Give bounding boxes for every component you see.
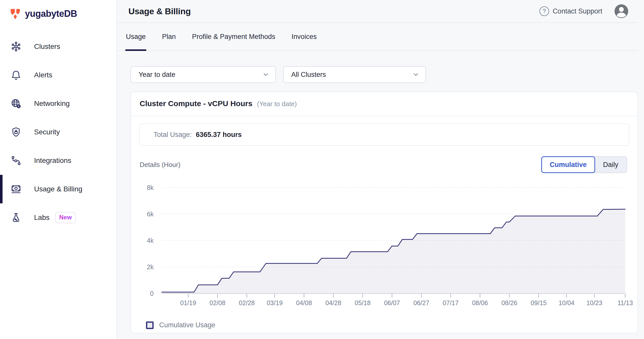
details-row: Details (Hour) Cumulative Daily bbox=[140, 156, 627, 173]
banknote-icon bbox=[10, 183, 22, 195]
total-usage-box: Total Usage: 6365.37 hours bbox=[139, 123, 629, 146]
billing-tabs: Usage Plan Profile & Payment Methods Inv… bbox=[117, 23, 638, 51]
tab-usage[interactable]: Usage bbox=[126, 23, 146, 50]
clusters-icon bbox=[10, 41, 22, 52]
svg-text:06/27: 06/27 bbox=[413, 299, 429, 306]
globe-gear-icon bbox=[10, 98, 22, 109]
period-select-value: Year to date bbox=[139, 71, 175, 79]
svg-text:08/06: 08/06 bbox=[472, 299, 488, 306]
chevron-down-icon bbox=[262, 71, 269, 78]
topbar: Usage & Billing ? Contact Support bbox=[117, 0, 638, 23]
total-usage-value: 6365.37 hours bbox=[196, 131, 242, 139]
svg-text:06/07: 06/07 bbox=[384, 299, 400, 306]
usage-card-header: Cluster Compute - vCPU Hours (Year to da… bbox=[140, 99, 297, 108]
brand-name: yugabyteDB bbox=[25, 8, 77, 19]
svg-text:01/19: 01/19 bbox=[180, 299, 196, 306]
svg-text:10/04: 10/04 bbox=[559, 299, 575, 306]
sidebar-item-label: Clusters bbox=[34, 43, 60, 51]
total-usage-label: Total Usage: bbox=[154, 131, 192, 139]
tab-profile-payment[interactable]: Profile & Payment Methods bbox=[192, 23, 275, 50]
sidebar-item-label: Alerts bbox=[34, 71, 52, 79]
legend-marker-icon bbox=[146, 321, 154, 329]
usage-chart: 02k4k6k8k01/1902/0802/2803/1904/0804/280… bbox=[143, 178, 636, 308]
sidebar-item-label: Networking bbox=[34, 100, 70, 108]
usage-card-title: Cluster Compute - vCPU Hours bbox=[140, 99, 252, 108]
usage-area-chart: 02k4k6k8k01/1902/0802/2803/1904/0804/280… bbox=[143, 178, 636, 308]
labs-new-badge: New bbox=[55, 212, 76, 223]
sidebar-item-label: Usage & Billing bbox=[34, 185, 82, 193]
legend-label: Cumulative Usage bbox=[159, 321, 215, 329]
svg-text:04/08: 04/08 bbox=[296, 299, 312, 306]
usage-card-subtitle: (Year to date) bbox=[257, 100, 297, 108]
sidebar-nav: Clusters Alerts bbox=[0, 32, 116, 232]
svg-text:2k: 2k bbox=[147, 263, 154, 271]
tab-label: Invoices bbox=[291, 33, 317, 41]
tab-label: Usage bbox=[126, 33, 146, 41]
filters-row: Year to date All Clusters bbox=[130, 66, 638, 83]
chart-legend[interactable]: Cumulative Usage bbox=[146, 321, 215, 329]
sidebar-item-label: Integrations bbox=[34, 157, 71, 165]
app-root: yugabyteDB Clusters bbox=[0, 0, 644, 339]
chevron-down-icon bbox=[412, 71, 419, 78]
main-area: Usage & Billing ? Contact Support Usage bbox=[117, 0, 644, 339]
svg-text:05/18: 05/18 bbox=[355, 299, 371, 306]
contact-support-label: Contact Support bbox=[553, 7, 602, 15]
svg-text:6k: 6k bbox=[147, 210, 154, 218]
sidebar-item-label: Labs bbox=[34, 214, 50, 222]
svg-text:04/28: 04/28 bbox=[325, 299, 341, 306]
svg-text:10/23: 10/23 bbox=[587, 299, 603, 306]
toggle-cumulative[interactable]: Cumulative bbox=[541, 156, 595, 173]
tab-plan[interactable]: Plan bbox=[162, 23, 176, 50]
sidebar-item-usage-billing[interactable]: Usage & Billing bbox=[0, 175, 116, 203]
view-toggle: Cumulative Daily bbox=[541, 156, 627, 173]
flow-icon bbox=[10, 155, 22, 166]
svg-text:07/17: 07/17 bbox=[443, 299, 459, 306]
svg-text:4k: 4k bbox=[147, 237, 154, 244]
yugabyte-logo-icon bbox=[9, 7, 22, 20]
sidebar: yugabyteDB Clusters bbox=[0, 0, 117, 339]
sidebar-item-clusters[interactable]: Clusters bbox=[0, 32, 116, 61]
sidebar-item-networking[interactable]: Networking bbox=[0, 89, 116, 118]
topbar-actions: ? Contact Support bbox=[539, 4, 628, 18]
details-label: Details (Hour) bbox=[140, 161, 180, 169]
usage-card: Cluster Compute - vCPU Hours (Year to da… bbox=[130, 92, 638, 333]
svg-text:02/08: 02/08 bbox=[210, 299, 226, 306]
flask-icon bbox=[10, 212, 22, 223]
svg-text:0: 0 bbox=[150, 290, 154, 297]
user-avatar[interactable] bbox=[614, 4, 628, 18]
sidebar-item-integrations[interactable]: Integrations bbox=[0, 146, 116, 175]
tab-label: Profile & Payment Methods bbox=[192, 33, 275, 41]
bell-icon bbox=[10, 69, 22, 81]
question-circle-icon: ? bbox=[539, 6, 549, 16]
brand-logo[interactable]: yugabyteDB bbox=[9, 7, 116, 21]
cluster-select-value: All Clusters bbox=[291, 71, 326, 79]
tab-invoices[interactable]: Invoices bbox=[291, 23, 317, 50]
sidebar-item-label: Security bbox=[34, 128, 60, 136]
sidebar-item-labs[interactable]: Labs New bbox=[0, 203, 116, 232]
toggle-daily[interactable]: Daily bbox=[595, 157, 627, 173]
svg-text:11/13: 11/13 bbox=[618, 299, 633, 306]
card-divider bbox=[131, 116, 637, 116]
svg-text:8k: 8k bbox=[147, 184, 154, 191]
contact-support-button[interactable]: ? Contact Support bbox=[539, 6, 602, 16]
period-select[interactable]: Year to date bbox=[130, 66, 276, 83]
sidebar-item-security[interactable]: Security bbox=[0, 118, 116, 146]
svg-text:08/26: 08/26 bbox=[501, 299, 517, 306]
sidebar-item-alerts[interactable]: Alerts bbox=[0, 61, 116, 89]
svg-text:09/15: 09/15 bbox=[531, 299, 547, 306]
cluster-select[interactable]: All Clusters bbox=[283, 66, 426, 83]
page-title: Usage & Billing bbox=[128, 6, 191, 16]
svg-text:03/19: 03/19 bbox=[267, 299, 283, 306]
svg-text:02/28: 02/28 bbox=[239, 299, 255, 306]
shield-lock-icon bbox=[10, 126, 22, 138]
tab-label: Plan bbox=[162, 33, 176, 41]
